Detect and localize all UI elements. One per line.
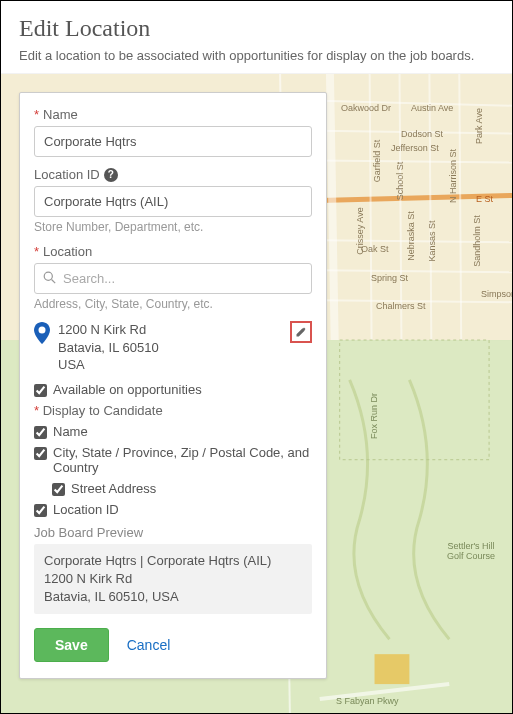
display-name-checkbox[interactable] <box>34 426 47 439</box>
location-id-helper: Store Number, Department, etc. <box>34 220 312 234</box>
save-button[interactable]: Save <box>34 628 109 662</box>
location-id-label: Location ID ? <box>34 167 312 182</box>
display-locid-checkbox[interactable] <box>34 504 47 517</box>
svg-rect-2 <box>375 654 410 684</box>
display-city-checkbox[interactable] <box>34 447 47 460</box>
map-street-label: Oak St <box>361 244 389 254</box>
edit-location-panel: *Name Location ID ? Store Number, Depart… <box>19 92 327 679</box>
display-city-row[interactable]: City, State / Province, Zip / Postal Cod… <box>34 445 312 475</box>
map-street-label: School St <box>395 162 405 201</box>
page-header: Edit Location Edit a location to be asso… <box>1 1 512 74</box>
svg-point-5 <box>39 327 46 334</box>
page-title: Edit Location <box>19 15 494 42</box>
map-poi-label: Settler's Hill Golf Course <box>441 541 501 561</box>
available-checkbox[interactable] <box>34 384 47 397</box>
cancel-button[interactable]: Cancel <box>127 637 171 653</box>
map-street-label: Sandholm St <box>472 215 482 267</box>
help-icon[interactable]: ? <box>104 168 118 182</box>
map-street-label: Park Ave <box>474 108 484 144</box>
map-street-label: Kansas St <box>427 220 437 261</box>
location-helper: Address, City, State, Country, etc. <box>34 297 312 311</box>
map-street-label: Oakwood Dr <box>341 103 391 113</box>
map-street-label: Austin Ave <box>411 103 453 113</box>
display-street-checkbox[interactable] <box>52 483 65 496</box>
display-locid-row[interactable]: Location ID <box>34 502 312 517</box>
map-street-label: E St <box>476 194 493 204</box>
map-street-label: Fox Run Dr <box>369 393 379 439</box>
map-street-label: Garfield St <box>372 140 382 183</box>
map-street-label: Jefferson St <box>391 143 439 153</box>
page-subtitle: Edit a location to be associated with op… <box>19 48 494 63</box>
selected-address: 1200 N Kirk Rd Batavia, IL 60510 USA <box>58 321 282 374</box>
available-checkbox-row[interactable]: Available on opportunities <box>34 382 312 397</box>
location-label: *Location <box>34 244 312 259</box>
map-street-label: Chalmers St <box>376 301 426 311</box>
map-street-label: Nebraska St <box>406 211 416 261</box>
map-street-label: Dodson St <box>401 129 443 139</box>
name-label: *Name <box>34 107 312 122</box>
location-search-input[interactable] <box>34 263 312 294</box>
name-input[interactable] <box>34 126 312 157</box>
display-name-row[interactable]: Name <box>34 424 312 439</box>
display-to-candidate-label: * Display to Candidate <box>34 403 312 418</box>
job-board-preview: Corporate Hqtrs | Corporate Hqtrs (AIL) … <box>34 544 312 615</box>
map-street-label: Spring St <box>371 273 408 283</box>
preview-label: Job Board Preview <box>34 525 312 540</box>
map-pin-icon <box>34 322 50 348</box>
map-street-label: Simpson <box>481 289 513 299</box>
map-street-label: S Fabyan Pkwy <box>336 696 399 706</box>
edit-address-button[interactable] <box>290 321 312 343</box>
map-street-label: N Harrison St <box>448 149 458 203</box>
location-id-input[interactable] <box>34 186 312 217</box>
display-street-row[interactable]: Street Address <box>52 481 312 496</box>
